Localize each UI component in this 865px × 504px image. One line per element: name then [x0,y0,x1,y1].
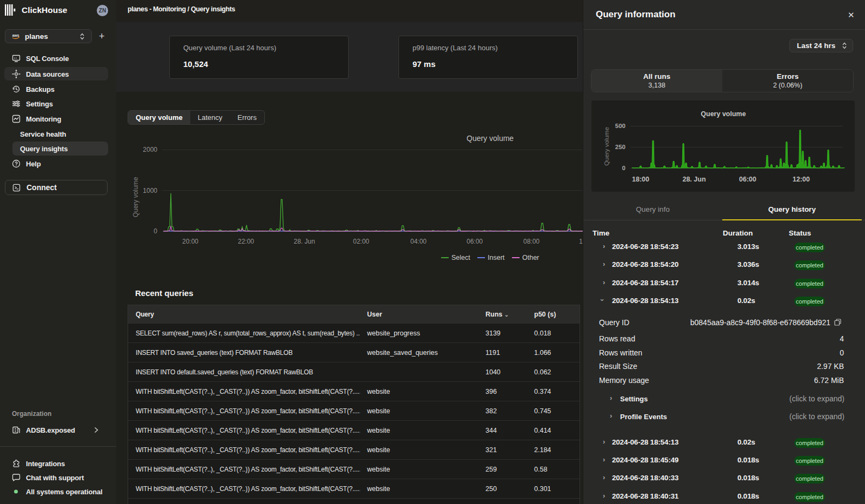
svg-text:06:00: 06:00 [467,238,483,245]
svg-text:06:00: 06:00 [739,176,756,183]
svg-text:22:00: 22:00 [238,238,254,245]
svg-text:08:00: 08:00 [523,238,540,245]
svg-text:02:00: 02:00 [353,238,369,245]
svg-text:1000: 1000 [143,187,157,194]
svg-text:20:00: 20:00 [182,238,198,245]
svg-text:250: 250 [615,144,626,150]
svg-text:04:00: 04:00 [410,238,427,245]
svg-text:10:00: 10:00 [579,238,583,245]
svg-text:500: 500 [615,123,626,129]
svg-text:Insert: Insert [488,254,505,261]
svg-text:12:00: 12:00 [793,176,810,183]
svg-text:18:00: 18:00 [632,176,649,183]
svg-text:28. Jun: 28. Jun [682,176,706,183]
svg-text:0: 0 [622,165,626,171]
svg-text:Other: Other [522,254,539,261]
svg-text:Select: Select [451,254,470,261]
svg-text:0: 0 [154,227,157,235]
svg-text:2000: 2000 [143,146,157,153]
svg-text:aws: aws [12,33,19,37]
svg-text:28. Jun: 28. Jun [294,238,315,245]
svg-text:Query volume: Query volume [132,177,139,217]
svg-text:Query volume: Query volume [701,110,746,118]
svg-text:Query volume: Query volume [603,127,610,166]
